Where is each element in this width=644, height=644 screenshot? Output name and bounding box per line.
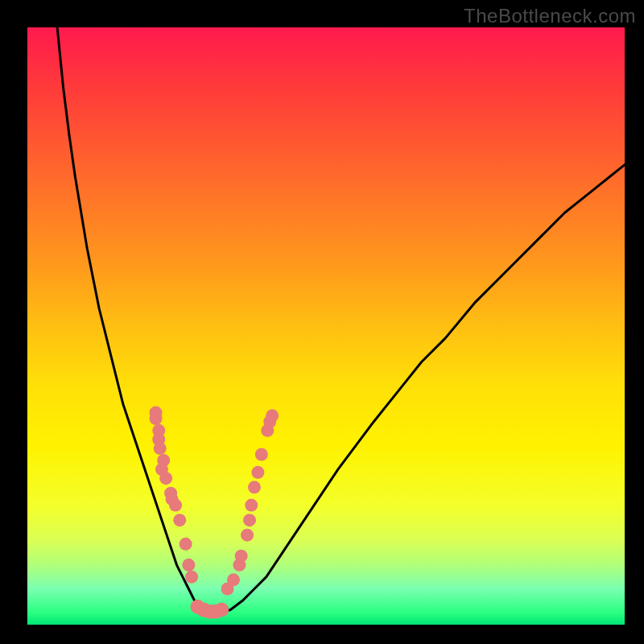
- bottleneck-curve: [57, 27, 625, 613]
- data-point: [266, 409, 279, 422]
- bottleneck-curve-path: [57, 27, 625, 613]
- data-point: [173, 514, 186, 526]
- chart-svg: [27, 27, 625, 625]
- data-point: [245, 499, 258, 512]
- data-point: [248, 481, 261, 493]
- data-point: [255, 448, 268, 461]
- data-point: [227, 573, 240, 586]
- data-point: [169, 499, 182, 512]
- points-bottom-cluster: [190, 600, 229, 619]
- data-point: [251, 466, 264, 479]
- data-point: [159, 472, 172, 485]
- data-point: [235, 550, 248, 563]
- chart-frame: TheBottleneck.com: [0, 0, 644, 644]
- chart-plot-area: [27, 27, 625, 625]
- points-right-cluster: [221, 409, 279, 595]
- data-point: [185, 571, 198, 584]
- data-point: [180, 538, 192, 551]
- data-point: [214, 602, 229, 617]
- watermark-text: TheBottleneck.com: [464, 5, 636, 27]
- data-point: [154, 442, 167, 455]
- data-point: [182, 559, 195, 572]
- data-point: [150, 412, 163, 425]
- data-point: [243, 514, 256, 526]
- data-point: [241, 529, 254, 542]
